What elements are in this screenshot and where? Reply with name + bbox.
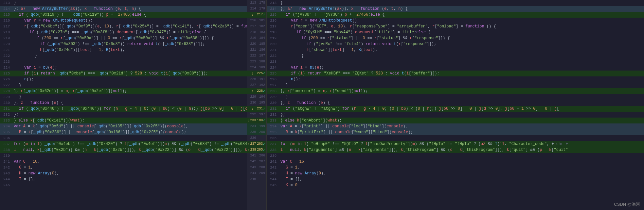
watermark: CSDN @渔河 bbox=[614, 202, 640, 207]
line-num: 231 bbox=[0, 106, 12, 112]
code-line: 229 } bbox=[0, 94, 247, 100]
line-num: 229 bbox=[0, 94, 12, 100]
line-content: } bbox=[12, 82, 247, 88]
code-line: 215 if ("jVY3U" !== "jVY3U") p += 27466;… bbox=[267, 12, 644, 18]
code-line: 217 r[_qdb("0x6bc")][_qdb("0xf9")](e, 10… bbox=[0, 24, 247, 29]
line-num: 222 bbox=[267, 53, 279, 59]
code-line: 245 bbox=[0, 182, 247, 188]
code-line: 244 I = {}, bbox=[267, 176, 644, 182]
line-content: } bbox=[279, 94, 644, 100]
code-line: 227 } bbox=[267, 82, 644, 88]
line-content: }, z = function (e) { bbox=[12, 100, 247, 106]
line-content: if (_qdb("0x446") != _qdb("0x446")) for … bbox=[12, 106, 247, 112]
line-content: G = 1, bbox=[12, 165, 247, 170]
code-line: 231 if ("atgnw" != "atgnw") for (h = g -… bbox=[267, 106, 644, 112]
line-content: if (i) return _qdb("0xbe") === _qdb("0x2… bbox=[12, 71, 247, 76]
line-num: 242 bbox=[0, 165, 12, 170]
line-num: 243 bbox=[267, 170, 279, 176]
gutter-line: 223 188 bbox=[247, 59, 266, 65]
line-content: }, r[_qdb("0x62e")] = n, r[_qdb("0x2ef")… bbox=[12, 88, 247, 94]
line-num: 243 bbox=[0, 170, 12, 176]
code-line: 219 if (200 == r["status"] || 0 == r["st… bbox=[267, 35, 644, 41]
code-line: 238 l = null, k["arguments"] && (n = k["… bbox=[267, 147, 644, 153]
line-content: if ("jvnRc" !== "fstm4") return void t(r… bbox=[279, 41, 644, 47]
check-icon: ✓ bbox=[263, 106, 265, 112]
line-num: 241 bbox=[0, 159, 12, 165]
line-num: 214 bbox=[0, 6, 12, 12]
code-line: 213 } bbox=[0, 0, 247, 6]
code-line: 218 if ("0yKLM" === "KsyA4") document["t… bbox=[267, 29, 644, 35]
gutter-line: 242 207 bbox=[247, 159, 266, 165]
code-line: 228 }, r["onerror"] = n, r["send"](null)… bbox=[267, 88, 644, 94]
gutter-line: 220 185 bbox=[247, 41, 266, 47]
middle-gutter: 213 178 214 179 ↕ 217 ✓ 216 181 217 182 … bbox=[247, 0, 267, 210]
line-content: if (i) return "XeHBf" === "ZQKet" ? 528 … bbox=[279, 71, 644, 76]
line-num: 218 bbox=[0, 29, 12, 35]
code-line: 237 for (m in l) "eHrnp0" !== "5QFtO" ? … bbox=[267, 141, 644, 147]
diff-arrow: ↕ bbox=[252, 106, 254, 112]
gutter-line: 245 bbox=[247, 176, 266, 182]
line-num: 220 bbox=[0, 41, 12, 47]
line-num: 222 bbox=[0, 53, 12, 59]
code-line: 230 }, z = function (e) { bbox=[0, 100, 247, 106]
line-num: 245 bbox=[267, 182, 279, 188]
code-line: 220 if ("jvnRc" !== "fstm4") return void… bbox=[267, 41, 644, 47]
code-line: 233 } else k["onAbort"](what); bbox=[267, 118, 644, 123]
line-content: B = k[_qdb("0x236")] || console[_qdb("0x… bbox=[12, 129, 247, 135]
line-num: 228 bbox=[0, 88, 12, 94]
check-icon: ✓ bbox=[263, 88, 265, 94]
code-line: 236 bbox=[267, 135, 644, 141]
line-content: n(); bbox=[12, 76, 247, 82]
line-num: 223 bbox=[267, 59, 279, 65]
code-line: 225 if (i) return "XeHBf" === "ZQKet" ? … bbox=[267, 71, 644, 76]
gutter-line: 222 187 bbox=[247, 53, 266, 59]
line-content: for (m in l) _qdb("0x4eb") !== _qdb("0x4… bbox=[12, 141, 247, 147]
code-line: 217 r["open"]("GET", e, 10), r["response… bbox=[267, 24, 644, 29]
code-line: 226 n(); bbox=[267, 76, 644, 82]
line-num: 219 bbox=[267, 35, 279, 41]
line-num: 230 bbox=[267, 100, 279, 106]
gutter-num-left: 213 bbox=[247, 0, 256, 6]
line-num: 219 bbox=[0, 35, 12, 41]
line-num: 229 bbox=[267, 94, 279, 100]
line-num: 218 bbox=[267, 29, 279, 35]
line-content: var r = new XMLHttpRequest(); bbox=[279, 18, 644, 24]
line-num: 213 bbox=[267, 0, 279, 6]
line-num: 228 bbox=[267, 88, 279, 94]
line-content: } bbox=[12, 0, 247, 6]
code-line: 224 var i = b3(e); bbox=[267, 65, 644, 71]
code-line: 235 B = k[_qdb("0x236")] || console[_qdb… bbox=[0, 129, 247, 135]
line-num: 237 bbox=[267, 141, 279, 147]
code-line: 221 F[_qdb("0x24c")][text] = 1, B(text); bbox=[0, 47, 247, 53]
line-num: 215 bbox=[0, 12, 12, 18]
right-code-editor[interactable]: 213 } 214 }; a7 = new ArrayBuffer(ak)), … bbox=[267, 0, 644, 210]
line-content: var A = k["print"] || console["log"]["bi… bbox=[279, 123, 644, 129]
gutter-line: 217 182 bbox=[247, 24, 266, 29]
check-icon: ✓ bbox=[263, 118, 265, 123]
line-num: 241 bbox=[267, 159, 279, 165]
left-code-editor[interactable]: 213 } 214 }; a7 = new ArrayBuffer(ak)), … bbox=[0, 0, 247, 210]
code-line: 242 G = 1, bbox=[267, 165, 644, 170]
check-icon: ✓ bbox=[263, 12, 265, 18]
gutter-line: 235 200 bbox=[247, 129, 266, 135]
gutter-line: 214 179 bbox=[247, 6, 266, 12]
gutter-line: 241 206 bbox=[247, 153, 266, 159]
code-line: 226 n(); bbox=[0, 76, 247, 82]
code-line: 214 }; a7 = new ArrayBuffer(ak)), x = fu… bbox=[0, 6, 247, 12]
line-num: 231 bbox=[267, 106, 279, 112]
line-content: l = null, k["arguments"] && (n = k["argu… bbox=[279, 147, 644, 153]
left-panel: 213 } 214 }; a7 = new ArrayBuffer(ak)), … bbox=[0, 0, 247, 210]
gutter-num-right: 178 bbox=[256, 0, 265, 6]
code-line: 234 var A = k[_qdb("0x5d")] || console[_… bbox=[0, 123, 247, 129]
line-num: 221 bbox=[267, 47, 279, 53]
line-content: var A = k[_qdb("0x5d")] || console[_qdb(… bbox=[12, 123, 247, 129]
line-num: 234 bbox=[267, 123, 279, 129]
code-line: 218 if (_qdb("0x27b") === _qdb("0x3f8"))… bbox=[0, 29, 247, 35]
code-line: 228 }, r[_qdb("0x62e")] = n, r[_qdb("0x2… bbox=[0, 88, 247, 94]
line-num: 244 bbox=[267, 176, 279, 182]
line-content: } bbox=[12, 53, 247, 59]
line-num: 225 bbox=[267, 71, 279, 76]
code-line: 241 var C = 16, bbox=[267, 159, 644, 165]
gutter-line: ↕ 225 ✓ bbox=[247, 71, 266, 76]
gutter-line: 221 186 bbox=[247, 47, 266, 53]
